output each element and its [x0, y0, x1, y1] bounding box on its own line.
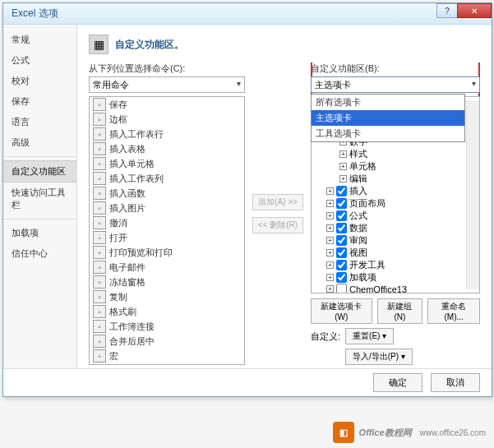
sidebar-item[interactable]: 语言: [3, 112, 76, 132]
expand-icon[interactable]: +: [326, 212, 334, 219]
tree-checkbox[interactable]: [336, 247, 347, 258]
command-item[interactable]: ▫插入表格: [90, 141, 244, 156]
expand-icon[interactable]: +: [326, 187, 334, 195]
rename-button[interactable]: 重命名(M)...: [427, 298, 480, 324]
titlebar: Excel 选项 ? ✕: [3, 3, 492, 25]
command-item[interactable]: ▫恢复: [90, 363, 244, 364]
command-item[interactable]: ▫撤消: [90, 215, 244, 230]
commands-column: 从下列位置选择命令(C): 常用命令 ▫保存▫边框▫插入工作表行▫插入表格▫插入…: [89, 62, 245, 365]
sidebar-item[interactable]: 高级: [3, 132, 76, 153]
commands-listbox[interactable]: ▫保存▫边框▫插入工作表行▫插入表格▫插入单元格▫插入工作表列▫插入函数▫插入图…: [89, 96, 245, 365]
sidebar-item[interactable]: 信任中心: [3, 243, 76, 264]
expand-icon[interactable]: +: [326, 224, 334, 232]
command-item[interactable]: ▫插入函数: [90, 186, 244, 201]
command-item[interactable]: ▫插入工作表列: [90, 171, 244, 186]
command-icon: ▫: [93, 142, 106, 155]
tree-node[interactable]: +审阅: [313, 234, 478, 247]
help-button[interactable]: ?: [436, 3, 458, 18]
tree-node[interactable]: +ChemOffice13: [313, 284, 478, 293]
new-tab-button[interactable]: 新建选项卡(W): [311, 298, 372, 324]
sidebar-item[interactable]: 常规: [3, 30, 76, 50]
close-button[interactable]: ✕: [457, 3, 492, 18]
command-icon: ▫: [93, 157, 106, 170]
tree-node[interactable]: +样式: [313, 148, 478, 160]
tree-checkbox[interactable]: [336, 260, 347, 270]
tree-checkbox[interactable]: [336, 272, 347, 283]
header-text: 自定义功能区。: [115, 38, 184, 52]
tree-node[interactable]: +编辑: [313, 173, 478, 185]
command-icon: ▫: [93, 216, 106, 229]
tree-scrollbar[interactable]: [466, 100, 479, 289]
command-icon: ▫: [93, 349, 106, 363]
command-item[interactable]: ▫边框: [90, 112, 244, 127]
remove-button[interactable]: << 删除(R): [252, 217, 303, 233]
ribbon-icon: ▦: [89, 35, 108, 54]
command-item[interactable]: ▫保存: [90, 97, 244, 112]
ribbon-target-combo[interactable]: 主选项卡: [311, 76, 480, 93]
tree-checkbox[interactable]: [336, 210, 347, 221]
command-item[interactable]: ▫插入工作表行: [90, 127, 244, 141]
command-icon: ▫: [93, 275, 106, 289]
new-group-button[interactable]: 新建组(N): [377, 298, 423, 324]
tree-checkbox[interactable]: [336, 198, 347, 209]
sidebar-item[interactable]: 加载项: [3, 223, 76, 243]
tree-node[interactable]: +开发工具: [313, 259, 478, 271]
custom-label: 自定义:: [311, 330, 340, 343]
command-item[interactable]: ▫合并后居中: [90, 334, 244, 349]
tree-node[interactable]: +页面布局: [313, 197, 478, 210]
dialog-body: 常规公式校对保存语言高级自定义功能区快速访问工具栏加载项信任中心 ▦ 自定义功能…: [3, 25, 492, 368]
tree-checkbox[interactable]: [336, 284, 347, 293]
main-panel: ▦ 自定义功能区。 从下列位置选择命令(C): 常用命令 ▫保存▫边框▫插入工作…: [77, 25, 492, 368]
dropdown-item[interactable]: 所有选项卡: [312, 95, 464, 110]
command-icon: ▫: [93, 246, 106, 259]
expand-icon[interactable]: +: [339, 150, 347, 158]
expand-icon[interactable]: +: [326, 200, 334, 207]
tree-node[interactable]: +数据: [313, 222, 478, 234]
command-icon: ▫: [93, 187, 106, 200]
tree-node[interactable]: +加载项: [313, 271, 478, 284]
dropdown-item[interactable]: 主选项卡: [312, 110, 464, 126]
dialog-footer: 确定 取消: [3, 368, 492, 396]
command-item[interactable]: ▫打印预览和打印: [90, 245, 244, 260]
command-item[interactable]: ▫工作簿连接: [90, 319, 244, 334]
expand-icon[interactable]: +: [326, 274, 334, 281]
expand-icon[interactable]: +: [339, 163, 347, 170]
expand-icon[interactable]: +: [326, 237, 334, 244]
add-button[interactable]: 添加(A) >>: [252, 194, 303, 210]
command-item[interactable]: ▫复制: [90, 289, 244, 304]
commands-source-combo[interactable]: 常用命令: [89, 76, 245, 93]
tree-node[interactable]: +单元格: [313, 160, 478, 173]
expand-icon[interactable]: +: [326, 261, 334, 269]
expand-icon[interactable]: +: [326, 249, 334, 256]
sidebar-item[interactable]: 公式: [3, 50, 76, 71]
tree-node[interactable]: +插入: [313, 185, 478, 197]
sidebar-item[interactable]: 校对: [3, 71, 76, 91]
dropdown-item[interactable]: 工具选项卡: [312, 126, 464, 141]
command-item[interactable]: ▫电子邮件: [90, 260, 244, 275]
dialog-window: Excel 选项 ? ✕ 常规公式校对保存语言高级自定义功能区快速访问工具栏加载…: [2, 2, 492, 397]
expand-icon[interactable]: +: [339, 175, 347, 182]
command-item[interactable]: ▫插入单元格: [90, 156, 244, 171]
command-item[interactable]: ▫打开: [90, 230, 244, 245]
sidebar-item[interactable]: 快速访问工具栏: [3, 182, 76, 215]
reset-button[interactable]: 重置(E) ▾: [345, 328, 394, 344]
ok-button[interactable]: 确定: [373, 373, 422, 392]
command-item[interactable]: ▫宏: [90, 349, 244, 363]
sidebar-item[interactable]: 保存: [3, 91, 76, 112]
tree-node[interactable]: +公式: [313, 210, 478, 222]
command-item[interactable]: ▫插入图片: [90, 201, 244, 215]
tree-node[interactable]: +视图: [313, 247, 478, 259]
command-item[interactable]: ▫格式刷: [90, 304, 244, 319]
command-icon: ▫: [93, 201, 106, 215]
expand-icon[interactable]: +: [326, 285, 334, 293]
tree-checkbox[interactable]: [336, 186, 347, 196]
tree-checkbox[interactable]: [336, 235, 347, 246]
header: ▦ 自定义功能区。: [89, 35, 480, 54]
watermark-brand: Office教程网: [359, 427, 412, 439]
command-item[interactable]: ▫冻结窗格: [90, 275, 244, 289]
import-export-button[interactable]: 导入/导出(P) ▾: [345, 349, 413, 365]
cancel-button[interactable]: 取消: [431, 373, 480, 392]
tree-checkbox[interactable]: [336, 223, 347, 233]
sidebar-item[interactable]: 自定义功能区: [3, 160, 76, 182]
command-icon: ▫: [93, 98, 106, 111]
